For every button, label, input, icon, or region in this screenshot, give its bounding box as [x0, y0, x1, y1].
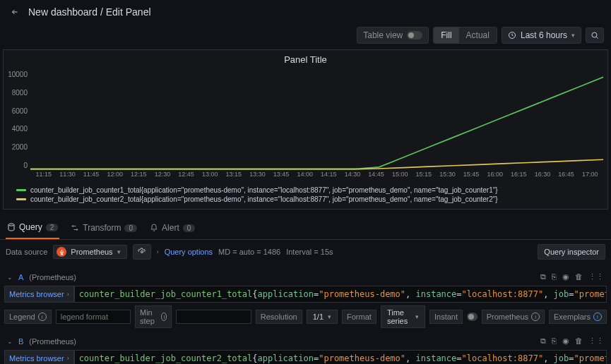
- x-tick: 11:45: [79, 171, 103, 182]
- alert-count-badge: 0: [183, 224, 196, 232]
- legend: counter_builder_job_counter1_total{appli…: [4, 182, 607, 209]
- y-tick: 10000: [4, 71, 28, 78]
- metrics-browser-button[interactable]: Metrics browser ›: [4, 350, 74, 364]
- query-datasource: (Prometheus): [29, 337, 76, 346]
- table-view-label: Table view: [363, 30, 403, 40]
- x-tick: 15:00: [388, 171, 412, 182]
- clock-icon: [508, 31, 516, 40]
- x-axis: 11:1511:3011:4512:0012:1512:3012:4513:00…: [30, 171, 603, 182]
- tab-transform-label: Transform: [83, 223, 121, 233]
- x-tick: 11:30: [56, 171, 80, 182]
- zoom-out-button[interactable]: [586, 28, 604, 43]
- legend-item[interactable]: counter_builder_job_counter1_total{appli…: [16, 186, 602, 194]
- time-range-picker[interactable]: Last 6 hours ▾: [502, 27, 581, 44]
- chart: 1000080006000400020000 11:1511:3011:4512…: [4, 69, 607, 182]
- back-arrow[interactable]: [8, 6, 21, 18]
- datasource-settings-button[interactable]: [133, 244, 151, 260]
- y-tick: 0: [4, 162, 28, 169]
- query-inspector-button[interactable]: Query inspector: [538, 244, 605, 260]
- info-icon[interactable]: i: [531, 313, 540, 321]
- tab-transform[interactable]: Transform 0: [69, 219, 138, 239]
- x-tick: 14:00: [293, 171, 317, 182]
- x-tick: 13:30: [246, 171, 270, 182]
- drag-handle-icon[interactable]: ⋮⋮: [588, 336, 604, 346]
- query-expression-input[interactable]: counter_builder_job_counter1_total{appli…: [74, 286, 607, 303]
- interval-info: Interval = 15s: [286, 248, 333, 256]
- y-tick: 8000: [4, 89, 28, 97]
- toggle-visibility-icon[interactable]: ◉: [562, 336, 569, 346]
- collapse-icon[interactable]: ⌄: [7, 274, 13, 281]
- resolution-label: Resolution: [256, 310, 302, 324]
- legend-format-input[interactable]: [56, 310, 131, 324]
- delete-icon[interactable]: 🗑: [575, 336, 583, 346]
- tab-alert-label: Alert: [162, 223, 179, 233]
- query-header: ⌄ B (Prometheus) ⧉ ⎘ ◉ 🗑 ⋮⋮: [4, 334, 607, 348]
- table-view-toggle[interactable]: Table view: [357, 27, 429, 44]
- datasource-select[interactable]: Prometheus ▾: [53, 245, 126, 259]
- query-expression-row: Metrics browser ›counter_builder_job_cou…: [4, 350, 607, 364]
- query-block: ⌄ A (Prometheus) ⧉ ⎘ ◉ 🗑 ⋮⋮ Metrics brow…: [4, 269, 607, 328]
- datasource-name: Prometheus: [71, 248, 112, 256]
- query-block: ⌄ B (Prometheus) ⧉ ⎘ ◉ 🗑 ⋮⋮ Metrics brow…: [4, 334, 607, 364]
- zoom-icon: [591, 31, 599, 40]
- legend-label: counter_builder_job_counter2_total{appli…: [30, 195, 498, 203]
- svg-point-1: [592, 32, 597, 37]
- svg-point-3: [141, 251, 143, 253]
- instant-label: Instant: [429, 310, 463, 324]
- query-count-badge: 2: [46, 224, 59, 231]
- info-icon[interactable]: i: [161, 313, 167, 321]
- md-info: MD = auto = 1486: [218, 248, 280, 256]
- instant-toggle[interactable]: [467, 313, 477, 321]
- x-tick: 12:00: [103, 171, 127, 182]
- x-tick: 12:45: [174, 171, 198, 182]
- query-options-link[interactable]: Query options: [165, 248, 213, 256]
- legend-item[interactable]: counter_builder_job_counter2_total{appli…: [16, 195, 602, 203]
- svg-point-2: [8, 224, 14, 226]
- query-letter: A: [18, 273, 23, 281]
- prometheus-label: Prometheus i: [482, 310, 545, 324]
- info-icon[interactable]: i: [593, 313, 602, 321]
- query-header: ⌄ A (Prometheus) ⧉ ⎘ ◉ 🗑 ⋮⋮: [4, 269, 607, 284]
- fill-button[interactable]: Fill: [434, 28, 458, 43]
- actual-button[interactable]: Actual: [459, 28, 497, 43]
- datasource-row: Data source Prometheus ▾ › Query options…: [0, 240, 611, 264]
- fill-actual-group: Fill Actual: [433, 27, 497, 44]
- delete-icon[interactable]: 🗑: [575, 272, 583, 281]
- database-icon: [7, 223, 16, 231]
- min-step-input[interactable]: [176, 310, 251, 324]
- datasource-label: Data source: [6, 248, 47, 256]
- copy-icon[interactable]: ⎘: [552, 336, 557, 346]
- info-icon[interactable]: i: [38, 313, 47, 321]
- x-tick: 15:15: [412, 171, 436, 182]
- x-tick: 14:30: [340, 171, 364, 182]
- legend-swatch: [16, 198, 26, 200]
- tab-alert[interactable]: Alert 0: [148, 219, 196, 239]
- y-axis: 1000080006000400020000: [4, 69, 30, 182]
- format-select[interactable]: Time series ▾: [381, 305, 425, 328]
- format-label: Format: [342, 310, 376, 324]
- query-actions: ⧉ ⎘ ◉ 🗑 ⋮⋮: [540, 272, 604, 281]
- chevron-down-icon: ▾: [571, 32, 575, 39]
- transform-icon: [71, 224, 79, 232]
- x-tick: 13:00: [198, 171, 222, 182]
- x-tick: 16:15: [507, 171, 531, 182]
- breadcrumb: New dashboard / Edit Panel: [28, 6, 151, 18]
- x-tick: 12:15: [127, 171, 151, 182]
- drag-handle-icon[interactable]: ⋮⋮: [588, 272, 604, 281]
- exemplars-label: Exemplars i: [549, 310, 607, 324]
- tab-query[interactable]: Query 2: [6, 219, 59, 239]
- duplicate-icon[interactable]: ⧉: [540, 336, 546, 346]
- query-expression-input[interactable]: counter_builder_job_counter2_total{appli…: [74, 350, 607, 364]
- prometheus-logo-icon: [57, 247, 66, 257]
- x-tick: 16:00: [483, 171, 507, 182]
- toggle-visibility-icon[interactable]: ◉: [562, 272, 569, 281]
- expand-icon[interactable]: ›: [157, 248, 159, 255]
- copy-icon[interactable]: ⎘: [552, 272, 557, 281]
- collapse-icon[interactable]: ⌄: [7, 338, 13, 345]
- resolution-select[interactable]: 1/1 ▾: [307, 310, 338, 324]
- duplicate-icon[interactable]: ⧉: [540, 272, 546, 281]
- gear-icon: [138, 248, 146, 256]
- min-step-label: Min step i: [135, 305, 172, 328]
- metrics-browser-button[interactable]: Metrics browser ›: [4, 286, 74, 303]
- panel: Panel Title 1000080006000400020000 11:15…: [3, 49, 608, 210]
